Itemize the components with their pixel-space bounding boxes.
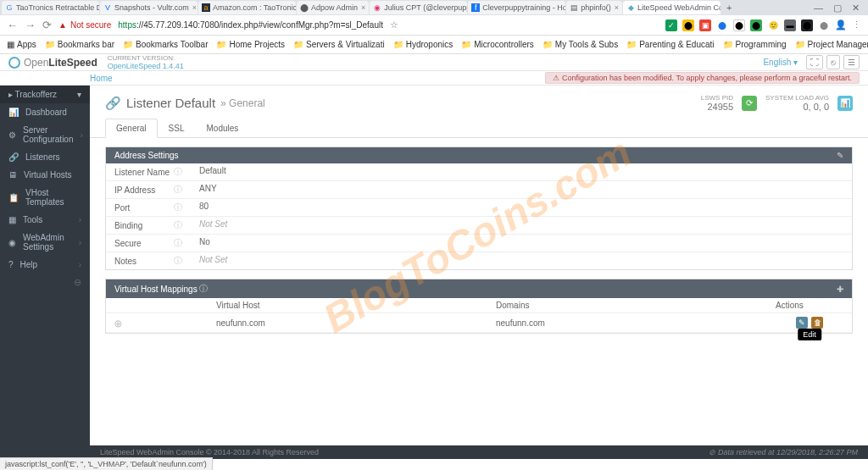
- folder-icon: 📁: [626, 40, 637, 49]
- help-icon[interactable]: ⓘ: [174, 237, 182, 249]
- bookmark-label: Programming: [736, 40, 787, 49]
- reload-button[interactable]: ⟳: [42, 19, 52, 31]
- browser-status-bar: javascript:lst_conf('E', '', 'L_VHMAP', …: [0, 457, 213, 470]
- browser-tab[interactable]: aAmazon.com : TaoTronics R×: [198, 1, 296, 14]
- help-icon[interactable]: ⓘ: [199, 283, 208, 295]
- bookmark-folder[interactable]: 📁Parenting & Educati: [626, 40, 714, 49]
- bookmark-folder[interactable]: 📁Project Management: [795, 40, 868, 49]
- nav-virtual-hosts[interactable]: 🖥Virtual Hosts: [0, 166, 90, 184]
- bookmark-folder[interactable]: 📁My Tools & Subs: [542, 40, 618, 49]
- tab-ssl[interactable]: SSL: [158, 119, 196, 138]
- browser-tab[interactable]: VSnapshots - Vultr.com×: [100, 1, 198, 14]
- profile-icon[interactable]: 👤: [835, 19, 847, 30]
- ext-icon[interactable]: ▣: [699, 19, 711, 31]
- bookmark-folder[interactable]: 📁Bookmarks bar: [45, 40, 114, 49]
- star-button[interactable]: ☆: [390, 19, 398, 30]
- nav-vhost-templates[interactable]: 📋VHost Templates: [0, 184, 90, 211]
- menu-button[interactable]: ☰: [843, 55, 860, 69]
- apps-button[interactable]: ▦ Apps: [7, 40, 36, 49]
- browser-tab[interactable]: GTaoTronics Retractable Dog×: [2, 1, 99, 14]
- restart-button[interactable]: ⟳: [742, 96, 757, 111]
- help-icon[interactable]: ⓘ: [174, 166, 182, 178]
- browser-tab[interactable]: fCleverpuppytraining - Hom×: [468, 1, 565, 14]
- edit-panel-button[interactable]: ✎: [837, 151, 843, 160]
- bookmark-folder[interactable]: 📁Bookmarks Toolbar: [123, 40, 208, 49]
- close-window-button[interactable]: ✕: [852, 3, 860, 14]
- logout-button[interactable]: ⎋: [826, 55, 840, 69]
- ext-icon[interactable]: ⬤: [818, 19, 830, 31]
- tab-modules[interactable]: Modules: [195, 119, 249, 138]
- tab-favicon: G: [5, 3, 14, 12]
- bookmark-label: Project Management: [808, 40, 868, 49]
- nav-collapse-button[interactable]: ⊖: [0, 274, 90, 291]
- tools-icon: ▦: [8, 215, 16, 224]
- ext-icon[interactable]: ⬤: [750, 19, 762, 31]
- ext-icon[interactable]: ✓: [665, 19, 677, 31]
- bookmark-label: Bookmarks Toolbar: [136, 40, 208, 49]
- tab-close-icon[interactable]: ×: [358, 3, 365, 12]
- minimize-button[interactable]: —: [814, 3, 823, 14]
- bookmark-folder[interactable]: 📁Home Projects: [216, 40, 285, 49]
- help-icon[interactable]: ⓘ: [174, 184, 182, 196]
- help-icon[interactable]: ⓘ: [174, 202, 182, 213]
- dashboard-icon: 📊: [8, 108, 19, 117]
- browser-tab-active[interactable]: ◆LiteSpeed WebAdmin Cons×: [623, 1, 721, 14]
- setting-row: Listener NameⓘDefault: [106, 163, 852, 181]
- delete-button[interactable]: 🗑: [811, 317, 823, 329]
- tab-general[interactable]: General: [105, 119, 158, 138]
- fullscreen-button[interactable]: ⛶: [806, 55, 823, 69]
- tab-title: Amazon.com : TaoTronics R: [213, 3, 296, 12]
- setting-label: Notes: [114, 257, 136, 266]
- ext-icon[interactable]: ▬: [784, 19, 796, 31]
- ext-icon[interactable]: ⬤: [716, 19, 728, 31]
- setting-row: IP AddressⓘANY: [106, 181, 852, 199]
- add-mapping-button[interactable]: ✚: [837, 285, 843, 294]
- edit-button[interactable]: ✎: [796, 317, 808, 329]
- menu-icon[interactable]: ⋮: [852, 19, 861, 30]
- site-selector[interactable]: ▸ Trackofferz ▾: [0, 86, 90, 103]
- breadcrumb-home[interactable]: Home: [90, 74, 113, 83]
- nav-server-config[interactable]: ⚙Server Configuration: [0, 121, 90, 148]
- cell-vhost: neufunn.com: [208, 313, 487, 333]
- ext-icon[interactable]: ⬤: [801, 19, 813, 31]
- forward-button[interactable]: →: [25, 19, 36, 31]
- setting-value: No: [191, 235, 219, 252]
- ext-icon[interactable]: ⬤: [733, 19, 745, 31]
- url-scheme: https: [118, 20, 136, 30]
- ols-logo[interactable]: OpenLiteSpeed: [8, 57, 97, 69]
- help-icon[interactable]: ⓘ: [174, 219, 182, 231]
- view-icon[interactable]: ◎: [114, 318, 122, 328]
- bookmark-folder[interactable]: 📁Servers & Virtualizati: [293, 40, 385, 49]
- nav-dashboard[interactable]: 📊Dashboard: [0, 103, 90, 121]
- nav-tools[interactable]: ▦Tools: [0, 211, 90, 229]
- bookmark-folder[interactable]: 📁Programming: [723, 40, 787, 49]
- security-indicator[interactable]: ▲ Not secure: [58, 20, 111, 30]
- browser-tab[interactable]: ◉Julius CPT (@cleverpuppytr×: [370, 1, 467, 14]
- nav-help[interactable]: ?Help: [0, 256, 90, 274]
- vh-mapping-table: Virtual Host Domains Actions ◎ neufunn.c…: [106, 298, 852, 333]
- browser-tab[interactable]: ⬤Adpow Admin×: [297, 1, 369, 14]
- browser-tab[interactable]: ▤phpinfo()×: [566, 1, 622, 14]
- url-bar[interactable]: https://45.77.209.140:7080/index.php#vie…: [118, 20, 383, 30]
- ext-icon[interactable]: ⬤: [682, 19, 694, 31]
- stats-button[interactable]: 📊: [837, 96, 853, 111]
- language-selector[interactable]: English ▾: [758, 56, 803, 69]
- tab-close-icon[interactable]: ×: [611, 3, 619, 12]
- new-tab-button[interactable]: +: [721, 3, 737, 13]
- config-warning[interactable]: ⚠ Configuration has been modified. To ap…: [545, 72, 860, 84]
- host-icon: 🖥: [8, 170, 17, 180]
- nav-webadmin-settings[interactable]: ◉WebAdmin Settings: [0, 229, 90, 256]
- ext-icon[interactable]: 🙂: [767, 19, 779, 31]
- tab-close-icon[interactable]: ×: [189, 3, 197, 12]
- nav-listeners[interactable]: 🔗Listeners: [0, 148, 90, 166]
- tab-title: Snapshots - Vultr.com: [114, 3, 189, 12]
- setting-row: SecureⓘNo: [106, 235, 852, 252]
- bookmark-folder[interactable]: 📁Microcontrollers: [461, 40, 534, 49]
- tab-favicon: f: [471, 3, 480, 12]
- maximize-button[interactable]: ▢: [833, 3, 842, 14]
- security-text: Not secure: [70, 20, 111, 30]
- back-button[interactable]: ←: [7, 19, 18, 31]
- bookmark-folder[interactable]: 📁Hydroponics: [393, 40, 453, 49]
- help-icon[interactable]: ⓘ: [174, 255, 182, 267]
- setting-value: 80: [191, 199, 217, 216]
